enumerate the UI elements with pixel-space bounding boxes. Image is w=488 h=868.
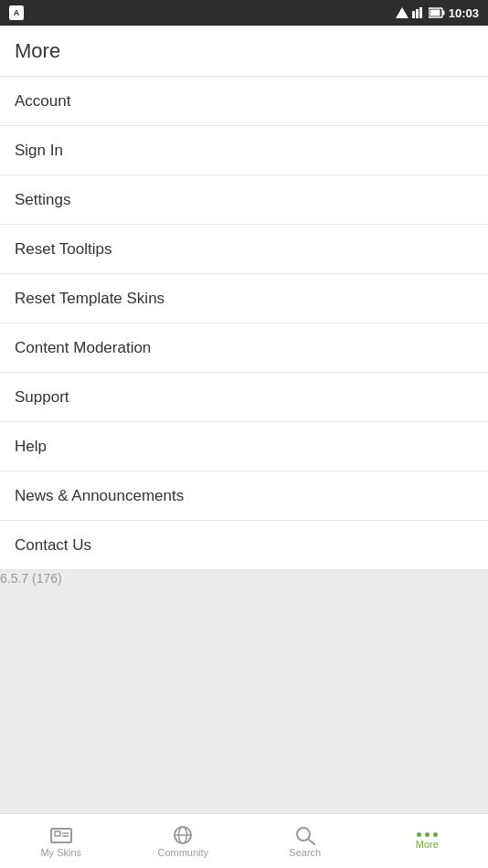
nav-label-search: Search — [289, 847, 321, 858]
status-bar: A 10:03 — [0, 0, 488, 26]
menu-item-news-announcements[interactable]: News & Announcements — [0, 471, 488, 521]
svg-rect-2 — [416, 9, 419, 18]
menu-item-reset-tooltips[interactable]: Reset Tooltips — [0, 225, 488, 274]
menu-item-support[interactable]: Support — [0, 373, 488, 422]
search-icon — [293, 825, 317, 845]
version-text: 6.5.7 (176) — [0, 571, 62, 586]
menu-item-label-support: Support — [15, 388, 69, 407]
menu-item-help[interactable]: Help — [0, 422, 488, 471]
nav-item-search[interactable]: Search — [244, 820, 366, 863]
more-dots-icon — [417, 832, 438, 837]
menu-item-label-account: Account — [15, 92, 70, 111]
nav-item-more[interactable]: More — [366, 827, 489, 855]
status-bar-right: 10:03 — [396, 6, 479, 20]
nav-item-community[interactable]: Community — [122, 820, 245, 863]
menu-item-sign-in[interactable]: Sign In — [0, 126, 488, 175]
status-time: 10:03 — [449, 6, 479, 20]
community-icon — [171, 825, 195, 845]
my-skins-icon — [49, 825, 73, 845]
menu-item-contact-us[interactable]: Contact Us — [0, 521, 488, 570]
battery-icon — [429, 7, 445, 18]
menu-item-label-sign-in: Sign In — [15, 142, 63, 160]
svg-rect-3 — [419, 7, 422, 18]
menu-item-settings[interactable]: Settings — [0, 175, 488, 225]
svg-line-15 — [308, 839, 314, 844]
signal-icon — [396, 7, 408, 18]
status-bar-left: A — [9, 5, 24, 20]
page-title: More — [15, 39, 60, 63]
menu-item-account[interactable]: Account — [0, 77, 488, 126]
header: More — [0, 26, 488, 77]
nav-item-my-skins[interactable]: My Skins — [0, 820, 122, 863]
menu-item-reset-template-skins[interactable]: Reset Template Skins — [0, 274, 488, 323]
menu-item-content-moderation[interactable]: Content Moderation — [0, 323, 488, 373]
menu-item-label-settings: Settings — [15, 191, 70, 209]
content-area: More AccountSign InSettingsReset Tooltip… — [0, 26, 488, 813]
svg-rect-6 — [430, 10, 440, 16]
menu-item-label-help: Help — [15, 438, 47, 456]
bottom-navigation: My Skins Community Search More — [0, 813, 488, 868]
nav-label-more: More — [416, 839, 439, 850]
wifi-icon — [412, 7, 425, 18]
menu-item-label-news-announcements: News & Announcements — [15, 487, 184, 505]
svg-rect-5 — [442, 11, 444, 16]
nav-label-community: Community — [157, 847, 208, 858]
svg-marker-0 — [396, 7, 408, 18]
nav-label-my-skins: My Skins — [40, 847, 81, 858]
svg-rect-8 — [55, 831, 60, 836]
menu-item-label-content-moderation: Content Moderation — [15, 339, 151, 357]
version-section: 6.5.7 (176) — [0, 570, 488, 813]
menu-list: AccountSign InSettingsReset TooltipsRese… — [0, 77, 488, 570]
app-icon: A — [9, 5, 24, 20]
menu-item-label-reset-tooltips: Reset Tooltips — [15, 240, 111, 259]
svg-rect-1 — [412, 11, 415, 18]
menu-item-label-contact-us: Contact Us — [15, 536, 91, 555]
menu-item-label-reset-template-skins: Reset Template Skins — [15, 290, 164, 308]
